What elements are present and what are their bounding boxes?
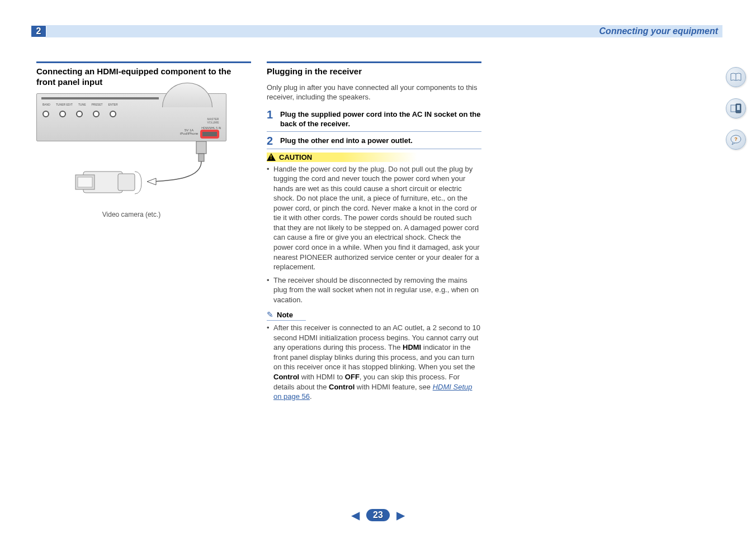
- page-number: 23: [366, 509, 390, 521]
- note-bullet: After this receiver is connected to an A…: [267, 323, 481, 401]
- hdmi-slot-icon: [201, 131, 218, 137]
- svg-text:?: ?: [734, 136, 738, 142]
- svg-rect-4: [118, 174, 135, 191]
- note-list: After this receiver is connected to an A…: [267, 323, 481, 401]
- page-56-link[interactable]: on page 56: [273, 392, 310, 401]
- caution-list: Handle the power cord by the plug. Do no…: [267, 164, 481, 305]
- page-footer: ◀ 23 ▶: [0, 508, 756, 522]
- prev-page-arrow[interactable]: ◀: [351, 508, 360, 522]
- right-heading: Plugging in the receiver: [267, 66, 481, 77]
- jack-icon: [59, 111, 66, 117]
- jack-icon: [42, 111, 49, 117]
- section-rule: [267, 61, 481, 63]
- side-nav: ?: [726, 67, 746, 150]
- step-2: 2 Plug the other end into a power outlet…: [267, 135, 481, 149]
- caution-bullet: Handle the power cord by the plug. Do no…: [267, 164, 481, 272]
- caution-heading: CAUTION: [267, 153, 481, 162]
- note-icon: ✎: [267, 310, 273, 319]
- page-content: Connecting an HDMI-equipped component to…: [36, 61, 481, 405]
- note-heading: ✎ Note: [267, 310, 306, 321]
- left-column: Connecting an HDMI-equipped component to…: [36, 61, 251, 405]
- svg-rect-10: [737, 105, 740, 110]
- jack-icon: [93, 111, 100, 117]
- svg-rect-0: [196, 141, 206, 154]
- front-panel-diagram: MASTER VOLUME BAND TUNER EDIT TUNE PRESE…: [36, 93, 226, 218]
- intro-text: Only plug in after you have connected al…: [267, 83, 481, 102]
- hdmi-setup-link[interactable]: HDMI Setup: [433, 383, 472, 391]
- left-heading: Connecting an HDMI-equipped component to…: [36, 66, 251, 88]
- chapter-title: Connecting your equipment: [599, 26, 718, 36]
- device-icon[interactable]: [726, 98, 746, 118]
- receiver-front-panel: MASTER VOLUME BAND TUNER EDIT TUNE PRESE…: [36, 93, 226, 141]
- caution-label: CAUTION: [279, 153, 312, 161]
- step-text: Plug the supplied power cord into the AC…: [280, 109, 481, 129]
- help-icon[interactable]: ?: [726, 130, 746, 150]
- chapter-number-badge: 2: [31, 25, 46, 37]
- step-number: 2: [267, 135, 275, 146]
- next-page-arrow[interactable]: ▶: [396, 508, 405, 522]
- step-number: 1: [267, 109, 275, 129]
- note-label: Note: [277, 311, 293, 319]
- step-text: Plug the other end into a power outlet.: [280, 135, 413, 146]
- jack-row: [42, 111, 116, 117]
- svg-rect-1: [199, 154, 204, 161]
- svg-rect-6: [78, 177, 92, 187]
- chapter-header: 2 Connecting your equipment: [31, 25, 722, 37]
- book-icon[interactable]: [726, 67, 746, 87]
- section-rule: [36, 61, 251, 63]
- jack-icon: [110, 111, 116, 117]
- cable-diagram: [36, 141, 226, 208]
- diagram-caption: Video camera (etc.): [36, 211, 226, 218]
- volume-label: MASTER VOLUME: [205, 117, 221, 124]
- caution-bullet: The receiver should be disconnected by r…: [267, 275, 481, 305]
- jack-icon: [76, 111, 83, 117]
- right-column: Plugging in the receiver Only plug in af…: [267, 61, 481, 405]
- step-1: 1 Plug the supplied power cord into the …: [267, 109, 481, 132]
- hdmi-port: 5V 1A iPod/iPhone HDMI/MHL 5 IN: [180, 126, 221, 137]
- warning-triangle-icon: [267, 153, 276, 161]
- panel-button-labels: BAND TUNER EDIT TUNE PRESET ENTER: [42, 103, 118, 106]
- svg-marker-2: [147, 178, 156, 185]
